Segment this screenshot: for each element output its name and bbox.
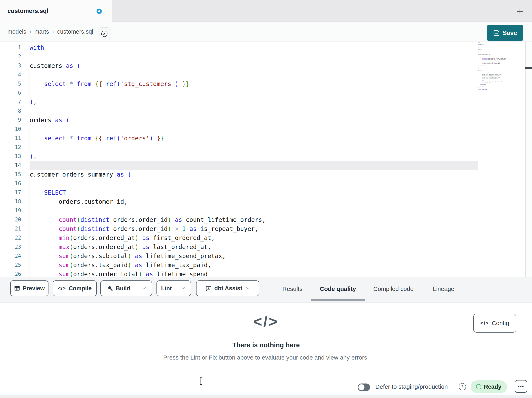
line-number: 1 <box>0 43 30 52</box>
wrench-icon <box>108 286 113 291</box>
line-number: 6 <box>0 88 30 98</box>
dbt-assist-button[interactable]: dbt Assist <box>196 281 259 296</box>
code-line[interactable] <box>30 179 266 188</box>
code-line[interactable] <box>30 206 266 215</box>
code-line[interactable]: select * from {{ ref('stg_customers') }} <box>30 79 266 88</box>
config-button[interactable]: </> Config <box>473 314 516 333</box>
code-line[interactable] <box>30 143 266 152</box>
assist-chat-sparkle-icon <box>205 285 212 292</box>
code-line[interactable] <box>30 125 266 134</box>
tab-results[interactable]: Results <box>282 277 303 300</box>
unsaved-changes-dot <box>96 9 102 14</box>
minimap-content: withcustomers as ( select * from {{ ref(… <box>478 42 509 90</box>
tab-title: customers.sql <box>7 7 48 14</box>
code-line[interactable]: orders.customer_id, <box>30 197 266 206</box>
code-line[interactable]: orders as ( <box>30 116 266 125</box>
code-line[interactable] <box>30 161 266 170</box>
code-line[interactable]: select * from {{ ref('orders') }} <box>30 134 266 143</box>
breadcrumb-bar: models › marts › customers.sql Save <box>0 22 532 42</box>
editor-toolbar: Preview </> Compile Build <box>0 277 532 303</box>
code-line[interactable]: sum(orders.tax_paid) as lifetime_tax_pai… <box>30 261 266 270</box>
minimap[interactable]: withcustomers as ( select * from {{ ref(… <box>478 42 509 91</box>
code-line[interactable]: with <box>30 43 266 52</box>
compass-icon <box>101 30 108 38</box>
lint-button-label: Lint <box>161 285 172 292</box>
code-editor[interactable]: 1234567891011121314151617181920212223242… <box>0 42 532 277</box>
save-icon <box>493 30 500 36</box>
line-number: 21 <box>0 224 30 233</box>
new-tab-button[interactable] <box>514 6 526 17</box>
line-number: 12 <box>0 143 30 152</box>
code-line[interactable] <box>30 88 266 98</box>
build-button-label: Build <box>116 285 130 292</box>
code-line[interactable] <box>30 106 266 116</box>
minimap-line: on customers.customer_id = customer_orde… <box>478 87 509 87</box>
open-in-explorer-button[interactable] <box>98 27 111 40</box>
line-number: 18 <box>0 197 30 206</box>
line-number: 15 <box>0 170 30 179</box>
code-line[interactable]: customers as ( <box>30 61 266 70</box>
tab-code-quality[interactable]: Code quality <box>320 277 356 300</box>
code-icon: </> <box>0 313 532 330</box>
text-cursor-pointer <box>199 378 202 385</box>
build-button[interactable]: Build <box>101 285 137 292</box>
chevron-down-icon <box>142 286 147 291</box>
line-number: 26 <box>0 270 30 277</box>
code-lines: withcustomers as ( select * from {{ ref(… <box>30 43 266 277</box>
line-number: 14 <box>0 161 30 170</box>
table-grid-icon <box>14 285 20 291</box>
line-number: 9 <box>0 116 30 125</box>
line-number: 4 <box>0 70 30 79</box>
code-line[interactable]: sum(orders.subtotal) as lifetime_spend_p… <box>30 251 266 261</box>
tab-lineage[interactable]: Lineage <box>433 277 454 300</box>
status-bar: Defer to staging/production ? Ready ••• <box>0 378 532 395</box>
preview-button-label: Preview <box>23 285 45 292</box>
help-glyph: ? <box>461 384 464 389</box>
minimap-line: select * from joined <box>478 89 509 90</box>
code-line[interactable]: ), <box>30 152 266 161</box>
breadcrumb: models › marts › customers.sql <box>7 22 93 42</box>
lint-split-button: Lint <box>157 281 191 296</box>
compile-button[interactable]: </> Compile <box>53 281 97 296</box>
line-number: 3 <box>0 61 30 70</box>
build-dropdown-button[interactable] <box>137 286 152 291</box>
status-circle-icon <box>476 384 481 389</box>
tab-compiled-code[interactable]: Compiled code <box>373 277 413 300</box>
tab-code-quality-label: Code quality <box>320 286 356 292</box>
code-line[interactable]: customer_orders_summary as ( <box>30 170 266 179</box>
lint-dropdown-button[interactable] <box>176 286 191 291</box>
help-icon[interactable]: ? <box>459 383 466 390</box>
line-number: 8 <box>0 106 30 116</box>
line-number: 11 <box>0 134 30 143</box>
code-line[interactable]: max(orders.ordered_at) as last_ordered_a… <box>30 242 266 251</box>
code-line[interactable]: SELECT <box>30 188 266 197</box>
code-line[interactable]: ), <box>30 98 266 106</box>
tab-results-label: Results <box>282 286 303 292</box>
defer-label: Defer to staging/production <box>375 378 448 395</box>
save-button-label: Save <box>503 29 517 37</box>
breadcrumb-item-models[interactable]: models <box>7 28 26 35</box>
breadcrumb-item-marts[interactable]: marts <box>34 28 49 35</box>
code-icon: </> <box>481 320 489 326</box>
code-line[interactable]: count(distinct orders.order_id) > 1 as i… <box>30 224 266 233</box>
preview-button[interactable]: Preview <box>10 281 49 296</box>
ellipsis-icon: ••• <box>518 384 524 389</box>
line-number: 25 <box>0 261 30 270</box>
tab-customers-sql[interactable]: customers.sql <box>0 0 112 22</box>
breadcrumb-item-file: customers.sql <box>57 28 93 35</box>
code-line[interactable] <box>30 70 266 79</box>
line-number-gutter: 1234567891011121314151617181920212223242… <box>0 43 30 277</box>
code-line[interactable] <box>30 52 266 61</box>
line-number: 10 <box>0 125 30 134</box>
chevron-down-icon <box>245 286 250 291</box>
scrollbar-track[interactable] <box>526 42 532 277</box>
defer-toggle[interactable] <box>358 384 370 391</box>
status-badge-label: Ready <box>484 384 501 390</box>
save-button[interactable]: Save <box>487 25 523 41</box>
more-menu-button[interactable]: ••• <box>515 380 527 393</box>
scrollbar-thumb[interactable] <box>525 67 532 69</box>
code-line[interactable]: count(distinct orders.order_id) as count… <box>30 215 266 224</box>
lint-button[interactable]: Lint <box>157 285 176 292</box>
code-line[interactable]: min(orders.ordered_at) as first_ordered_… <box>30 233 266 242</box>
code-line[interactable]: sum(orders.order_total) as lifetime_spen… <box>30 270 266 277</box>
